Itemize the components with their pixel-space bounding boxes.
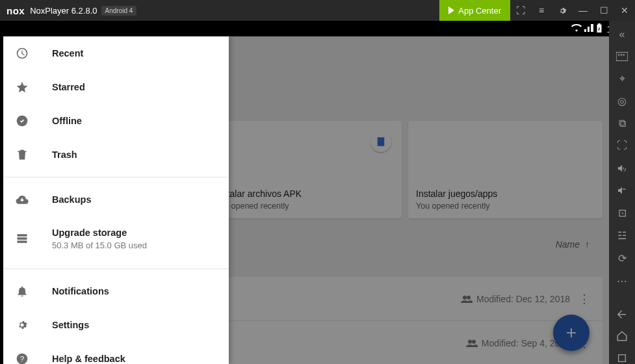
drawer-label: Trash bbox=[52, 150, 77, 160]
drawer-item-offline[interactable]: Offline bbox=[0, 104, 229, 138]
more-icon[interactable]: ⋯ bbox=[614, 275, 630, 287]
clock-icon bbox=[16, 47, 39, 60]
recents-button[interactable] bbox=[614, 352, 630, 364]
emulator-screen: Battlelands… recently Instalar archivos … bbox=[0, 36, 609, 364]
drawer-item-settings[interactable]: Settings bbox=[0, 308, 229, 342]
close-button[interactable]: ✕ bbox=[614, 0, 635, 21]
help-icon: ? bbox=[16, 352, 39, 364]
drawer-item-upgrade[interactable]: Upgrade storage 50.3 MB of 15.0 GB used bbox=[0, 216, 229, 261]
android-statusbar: 10:31 bbox=[0, 21, 635, 36]
svg-rect-4 bbox=[619, 355, 626, 362]
signal-icon bbox=[584, 24, 593, 34]
drawer-label: Upgrade storage bbox=[52, 228, 147, 238]
nox-logo: nox bbox=[6, 5, 25, 16]
rotate-icon[interactable]: ⟳ bbox=[614, 252, 630, 265]
multi-icon[interactable]: ☳ bbox=[614, 229, 630, 242]
divider bbox=[0, 268, 229, 269]
nox-side-toolbar: « ⌖ ◎ ⧉ ⛶ ⊡ ☳ ⟳ ⋯ bbox=[609, 21, 635, 364]
minimize-button[interactable]: ― bbox=[573, 0, 593, 21]
shirt-icon[interactable]: ⛶ bbox=[510, 0, 531, 21]
svg-rect-2 bbox=[621, 54, 622, 55]
battery-icon bbox=[596, 23, 603, 34]
app-center-button[interactable]: App Center bbox=[439, 0, 510, 21]
offline-icon bbox=[16, 114, 39, 127]
volume-down-icon[interactable] bbox=[614, 185, 630, 196]
svg-rect-3 bbox=[623, 54, 625, 55]
android-tag: Android 4 bbox=[101, 6, 137, 16]
navigation-drawer: Recent Starred Offline Trash Backups Upg… bbox=[0, 36, 229, 364]
divider bbox=[0, 177, 229, 177]
drawer-label: Starred bbox=[52, 82, 85, 92]
drawer-label: Offline bbox=[52, 116, 82, 126]
svg-rect-0 bbox=[616, 52, 628, 61]
drawer-item-starred[interactable]: Starred bbox=[0, 70, 229, 104]
drawer-item-help[interactable]: ? Help & feedback bbox=[0, 342, 229, 364]
location-icon[interactable]: ◎ bbox=[614, 95, 630, 107]
menu-icon[interactable]: ≡ bbox=[531, 0, 552, 21]
drawer-item-trash[interactable]: Trash bbox=[0, 138, 229, 172]
screenshot-icon[interactable]: ⧉ bbox=[614, 118, 630, 129]
backup-icon bbox=[16, 193, 39, 206]
svg-rect-1 bbox=[618, 54, 619, 55]
bell-icon bbox=[16, 285, 39, 298]
window-titlebar: nox NoxPlayer 6.2.8.0 Android 4 App Cent… bbox=[0, 0, 635, 21]
storage-usage: 50.3 MB of 15.0 GB used bbox=[52, 240, 147, 250]
trash-icon bbox=[16, 148, 39, 161]
screen-border bbox=[0, 21, 3, 364]
scan-icon[interactable]: ⊡ bbox=[614, 207, 630, 219]
back-button[interactable] bbox=[614, 308, 630, 320]
drawer-label: Notifications bbox=[52, 286, 109, 296]
drawer-label: Recent bbox=[52, 48, 83, 58]
maximize-button[interactable]: ☐ bbox=[593, 0, 614, 21]
fullscreen-icon[interactable]: ⛶ bbox=[614, 140, 630, 151]
drawer-item-notifications[interactable]: Notifications bbox=[0, 274, 229, 308]
collapse-icon[interactable]: « bbox=[614, 29, 630, 40]
gear-icon[interactable] bbox=[552, 0, 573, 21]
gear-icon bbox=[16, 318, 39, 332]
wifi-icon bbox=[571, 24, 582, 34]
home-button[interactable] bbox=[614, 330, 630, 342]
storage-icon bbox=[16, 232, 39, 245]
cursor-icon[interactable]: ⌖ bbox=[614, 73, 630, 84]
drawer-label: Backups bbox=[52, 194, 91, 205]
play-icon bbox=[448, 6, 454, 14]
drawer-label: Help & feedback bbox=[52, 354, 125, 364]
drawer-label: Settings bbox=[52, 320, 89, 330]
keyboard-icon[interactable] bbox=[614, 51, 630, 62]
product-name: NoxPlayer 6.2.8.0 bbox=[30, 6, 97, 16]
drawer-item-recent[interactable]: Recent bbox=[0, 36, 229, 70]
volume-up-icon[interactable] bbox=[614, 162, 630, 174]
app-center-label: App Center bbox=[458, 6, 501, 16]
svg-text:?: ? bbox=[20, 354, 25, 363]
drawer-item-backups[interactable]: Backups bbox=[0, 183, 229, 216]
star-icon bbox=[16, 81, 39, 94]
